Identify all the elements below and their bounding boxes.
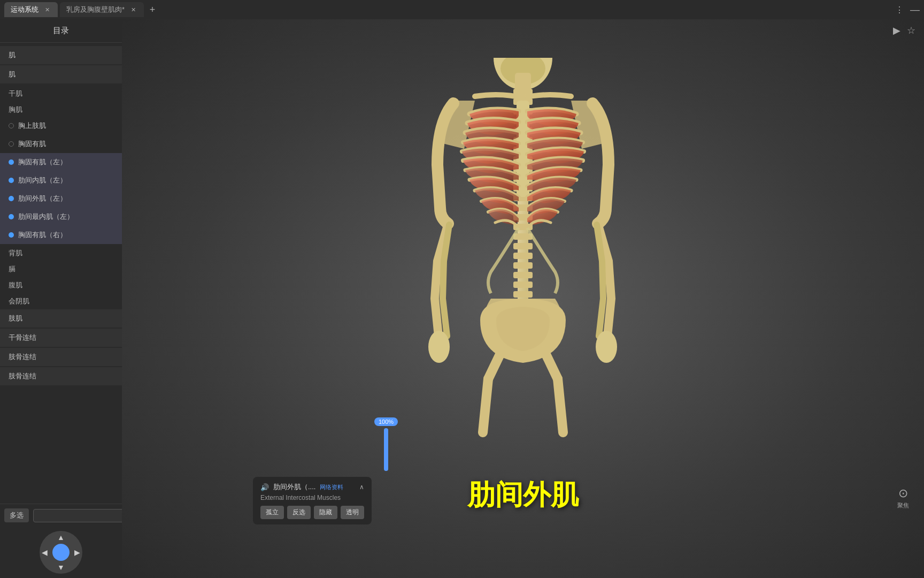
dot-empty-1 [9, 123, 14, 128]
info-panel-link[interactable]: 网络资料 [320, 483, 343, 491]
dot-blue-4 [9, 214, 14, 219]
dot-blue-2 [9, 178, 14, 183]
svg-line-26 [483, 379, 488, 432]
sidebar: 目录 肌 肌 干肌 胸肌 胸上肢肌 胸固有肌 胸固有肌（左） [0, 19, 122, 578]
navigation-ring[interactable]: ▲ ▼ ◀ ▶ [40, 531, 82, 574]
svg-rect-22 [513, 291, 533, 298]
focus-icon: ⊙ [898, 486, 908, 500]
nav-down-button[interactable]: ▼ [57, 563, 65, 572]
sidebar-item-xiongguyou-left[interactable]: 胸固有肌（左） [0, 153, 122, 171]
sidebar-item-gangu-liangjie[interactable]: 干骨连结 [0, 329, 122, 347]
sidebar-item-zhigu-liangjie2[interactable]: 肢骨连结 [0, 367, 122, 385]
sidebar-item-xiongguyou-right[interactable]: 胸固有肌（右） [0, 226, 122, 244]
ribs-right [462, 109, 519, 228]
svg-rect-18 [513, 253, 533, 259]
audio-icon[interactable]: 🔊 [260, 483, 269, 491]
progress-bar[interactable] [384, 428, 388, 471]
category-ganji: 干肌 [0, 85, 122, 101]
category-fuji: 腹肌 [0, 276, 122, 292]
info-panel-subtitle: External Intercostal Muscles [260, 494, 364, 501]
sidebar-bottom: 多选 [0, 504, 122, 527]
title-bar: 运动系统 ✕ 乳房及胸腹壁肌肉* ✕ + ⋮ — [0, 0, 924, 19]
title-bar-right: ⋮ — [895, 4, 920, 16]
progress-fill [384, 428, 388, 471]
tab-active[interactable]: 运动系统 ✕ [4, 2, 58, 17]
ribs-left [527, 109, 584, 228]
sidebar-item-ji2[interactable]: 肌 [0, 65, 122, 83]
info-panel: 🔊 肋间外肌（.... 网络资料 ∧ External Intercostal … [253, 477, 372, 524]
tab-close-2[interactable]: ✕ [129, 5, 137, 14]
minimize-button[interactable]: — [910, 4, 920, 16]
nav-up-button[interactable]: ▲ [57, 533, 65, 542]
dot-blue-1 [9, 159, 14, 165]
category-huiyinji: 会阴肌 [0, 292, 122, 308]
svg-rect-20 [513, 272, 533, 278]
nav-right-button[interactable]: ▶ [74, 548, 80, 557]
nav-center-dot[interactable] [52, 544, 70, 561]
collapse-button[interactable]: ∧ [359, 483, 364, 491]
hand-left [596, 331, 617, 363]
info-panel-title: 🔊 肋间外肌（.... 网络资料 [260, 482, 343, 492]
more-icon[interactable]: ⋮ [895, 5, 904, 15]
category-beiji: 背肌 [0, 244, 122, 260]
transparent-button[interactable]: 透明 [341, 506, 364, 519]
svg-line-27 [558, 379, 563, 432]
sidebar-item-zhigu-liangjie1[interactable]: 肢骨连结 [0, 348, 122, 366]
dot-blue-3 [9, 196, 14, 201]
category-ge: 膈 [0, 260, 122, 276]
sidebar-item-zhiji[interactable]: 肢肌 [0, 309, 122, 328]
sidebar-item-xiongshangzhi[interactable]: 胸上肢肌 [0, 117, 122, 135]
ilium [482, 299, 564, 351]
progress-container: 100% [374, 417, 398, 471]
sidebar-item-xiongguyou[interactable]: 胸固有肌 [0, 135, 122, 153]
anatomy-illustration [122, 19, 924, 578]
info-panel-buttons: 孤立 反选 隐藏 透明 [260, 506, 364, 519]
svg-rect-21 [513, 282, 533, 288]
sidebar-item-lejian-wai-left[interactable]: 肋间外肌（左） [0, 189, 122, 208]
search-input[interactable] [33, 509, 133, 522]
sidebar-item-lejian-left[interactable]: 肋间内肌（左） [0, 171, 122, 189]
tab-close-1[interactable]: ✕ [43, 5, 51, 14]
sidebar-item-ji1[interactable]: 肌 [0, 46, 122, 64]
nav-left-button[interactable]: ◀ [42, 548, 48, 557]
info-panel-header: 🔊 肋间外肌（.... 网络资料 ∧ [260, 482, 364, 492]
skeleton-svg [363, 58, 683, 539]
isolate-button[interactable]: 孤立 [260, 506, 284, 519]
dot-empty-2 [9, 141, 14, 147]
hand-right [428, 331, 450, 363]
deselect-button[interactable]: 反选 [287, 506, 311, 519]
tab-inactive[interactable]: 乳房及胸腹壁肌肉* ✕ [60, 2, 144, 17]
focus-label: 聚焦 [897, 501, 909, 509]
tab-label-2: 乳房及胸腹壁肌肉* [66, 5, 125, 14]
tab-label-1: 运动系统 [11, 5, 38, 14]
focus-button[interactable]: ⊙ 聚焦 [893, 482, 913, 514]
main-content: 目录 肌 肌 干肌 胸肌 胸上肢肌 胸固有肌 胸固有肌（左） [0, 19, 924, 578]
hide-button[interactable]: 隐藏 [314, 506, 337, 519]
view-area: ▶ ☆ [122, 19, 924, 578]
dot-blue-5 [9, 232, 14, 238]
sidebar-item-lejian-zuinei-left[interactable]: 肋间最内肌（左） [0, 208, 122, 226]
sidebar-header: 目录 [0, 19, 122, 43]
tab-add-button[interactable]: + [146, 3, 159, 16]
sidebar-content[interactable]: 肌 肌 干肌 胸肌 胸上肢肌 胸固有肌 胸固有肌（左） 肋间内肌（左） [0, 43, 122, 504]
svg-rect-25 [515, 73, 531, 94]
svg-rect-19 [513, 262, 533, 269]
progress-badge: 100% [374, 417, 398, 426]
nav-controls: ▲ ▼ ◀ ▶ [0, 527, 122, 578]
multi-select-button[interactable]: 多选 [4, 508, 29, 522]
svg-rect-17 [513, 243, 533, 249]
category-xiongji: 胸肌 [0, 101, 122, 117]
clavicle-left [523, 95, 571, 98]
clavicle-right [475, 95, 523, 98]
